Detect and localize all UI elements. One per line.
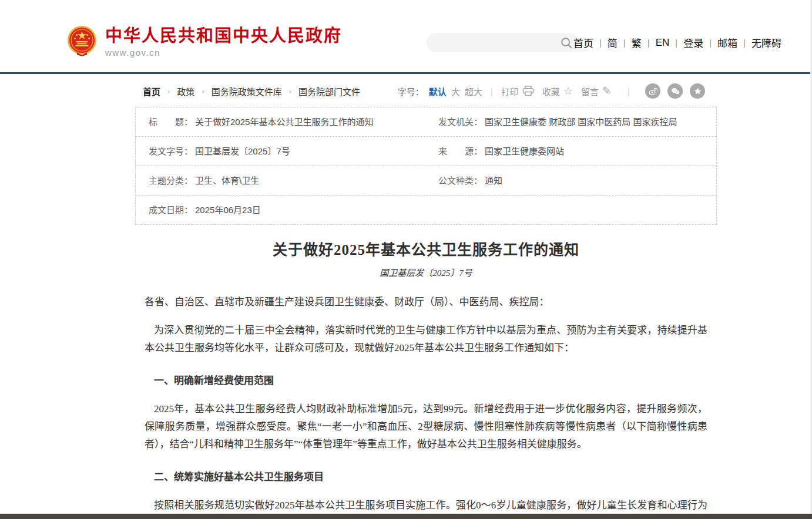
meta-date-cell: 成文日期： 2025年06月23日 [136, 196, 425, 224]
tools-divider: | [491, 86, 493, 96]
nav-mail[interactable]: 邮箱 [717, 35, 737, 50]
section1-paragraph: 2025年，基本公共卫生服务经费人均财政补助标准增加5元，达到99元。新增经费用… [145, 400, 707, 453]
main-content: 首页 › 政策 › 国务院政策文件库 › 国务院部门文件 字号： 默认 大 超大… [135, 83, 717, 519]
printer-icon [522, 86, 534, 96]
search-input[interactable] [427, 33, 560, 52]
site-header: 中华人民共和国中央人民政府 www.gov.cn 首页 | 简 | 繁 | EN… [0, 0, 812, 74]
meta-row: 发文字号： 国卫基层发〔2025〕7号 来 源： 国家卫生健康委网站 [136, 136, 716, 166]
meta-doc-type-cell: 公文种类： 通知 [425, 166, 716, 195]
favorite-label: 收藏 [542, 85, 560, 97]
qzone-icon [693, 86, 703, 96]
tools-divider: | [628, 86, 630, 96]
print-label: 打印 [501, 85, 519, 97]
meta-topic-cell: 主题分类： 卫生、体育\卫生 [136, 166, 425, 195]
print-button[interactable]: 打印 [501, 85, 534, 97]
breadcrumb-separator: › [202, 87, 204, 96]
breadcrumb-separator: › [289, 87, 291, 96]
meta-title-value: 关于做好2025年基本公共卫生服务工作的通知 [195, 116, 373, 127]
meta-date-label: 成文日期： [149, 204, 193, 215]
meta-topic-value: 卫生、体育\卫生 [195, 175, 259, 186]
meta-doc-type-value: 通知 [485, 175, 502, 186]
page-tools: 字号： 默认 大 超大 | 打印 收藏 ☆ 留言 ✎ | [398, 83, 705, 99]
nav-simplified[interactable]: 简 [608, 35, 618, 50]
comment-label: 留言 [581, 85, 599, 97]
meta-doc-type-label: 公文种类： [438, 175, 482, 186]
share-qzone-button[interactable] [690, 83, 705, 99]
site-logo[interactable]: 中华人民共和国中央人民政府 www.gov.cn [68, 26, 342, 58]
article-intro: 为深入贯彻党的二十届三中全会精神，落实新时代党的卫生与健康工作方针中以基层为重点… [145, 322, 707, 357]
nav-accessibility[interactable]: 无障碍 [751, 35, 781, 50]
share-wechat-button[interactable] [667, 83, 683, 99]
section1-heading: 一、明确新增经费使用范围 [145, 372, 707, 390]
comment-button[interactable]: 留言 ✎ [581, 85, 611, 97]
search-icon[interactable] [560, 36, 573, 49]
breadcrumb-department-docs[interactable]: 国务院部门文件 [298, 85, 360, 97]
breadcrumb-home[interactable]: 首页 [143, 85, 160, 97]
meta-doc-number-value: 国卫基层发〔2025〕7号 [195, 146, 290, 157]
meta-row: 主题分类： 卫生、体育\卫生 公文种类： 通知 [136, 166, 716, 195]
meta-source-label: 来 源： [438, 146, 482, 157]
nav-home[interactable]: 首页 [573, 35, 593, 50]
nav-separator: | [647, 38, 650, 48]
breadcrumb: 首页 › 政策 › 国务院政策文件库 › 国务院部门文件 [143, 85, 360, 97]
breadcrumb-policy[interactable]: 政策 [177, 85, 194, 97]
section2-heading: 二、统筹实施好基本公共卫生服务项目 [145, 469, 707, 486]
favorite-button[interactable]: 收藏 ☆ [542, 85, 573, 97]
nav-separator: | [675, 38, 677, 48]
share-buttons [638, 83, 705, 99]
nav-login[interactable]: 登录 [683, 35, 703, 50]
star-icon: ☆ [563, 86, 573, 96]
footer-bar [0, 514, 812, 519]
document-meta-table: 标 题： 关于做好2025年基本公共卫生服务工作的通知 发文机关： 国家卫生健康… [135, 107, 717, 225]
meta-row: 标 题： 关于做好2025年基本公共卫生服务工作的通知 发文机关： 国家卫生健康… [136, 107, 716, 136]
font-size-large[interactable]: 大 [451, 85, 460, 97]
nav-english[interactable]: EN [656, 37, 670, 49]
meta-issuing-agency-label: 发文机关： [438, 116, 482, 127]
meta-issuing-agency-cell: 发文机关： 国家卫生健康委 财政部 国家中医药局 国家疾控局 [425, 107, 716, 136]
article-title: 关于做好2025年基本公共卫生服务工作的通知 [145, 238, 707, 259]
nav-separator: | [599, 38, 602, 48]
site-title: 中华人民共和国中央人民政府 [105, 26, 342, 46]
meta-date-value: 2025年06月23日 [195, 204, 261, 215]
meta-doc-number-cell: 发文字号： 国卫基层发〔2025〕7号 [136, 137, 425, 166]
meta-source-cell: 来 源： 国家卫生健康委网站 [425, 137, 716, 166]
font-size-default[interactable]: 默认 [429, 85, 447, 97]
national-emblem-icon [68, 26, 96, 56]
pencil-icon: ✎ [602, 86, 611, 96]
meta-doc-number-label: 发文字号： [149, 146, 193, 157]
article: 关于做好2025年基本公共卫生服务工作的通知 国卫基层发〔2025〕7号 各省、… [135, 238, 717, 519]
weibo-icon [648, 86, 658, 96]
meta-issuing-agency-value: 国家卫生健康委 财政部 国家中医药局 国家疾控局 [485, 116, 677, 127]
meta-source-value: 国家卫生健康委网站 [485, 146, 564, 157]
article-salutation: 各省、自治区、直辖市及新疆生产建设兵团卫生健康委、财政厅（局）、中医药局、疾控局… [145, 294, 707, 311]
meta-title-label: 标 题： [149, 116, 193, 127]
meta-topic-label: 主题分类： [149, 175, 193, 186]
site-url: www.gov.cn [105, 48, 342, 58]
breadcrumb-policy-library[interactable]: 国务院政策文件库 [212, 85, 282, 97]
nav-traditional[interactable]: 繁 [632, 35, 642, 50]
font-size-label: 字号： [398, 85, 424, 97]
meta-row: 成文日期： 2025年06月23日 [136, 195, 716, 224]
wechat-icon [670, 86, 680, 96]
breadcrumb-separator: › [167, 87, 170, 96]
font-size-xlarge[interactable]: 超大 [465, 85, 482, 97]
nav-separator: | [743, 38, 746, 48]
nav-separator: | [623, 38, 626, 48]
meta-title-cell: 标 题： 关于做好2025年基本公共卫生服务工作的通知 [136, 107, 425, 136]
share-weibo-button[interactable] [645, 83, 660, 99]
search-box[interactable] [427, 33, 579, 52]
nav-separator: | [709, 38, 712, 48]
top-nav: 首页 | 简 | 繁 | EN | 登录 | 邮箱 | 无障碍 [573, 35, 781, 50]
article-doc-number: 国卫基层发〔2025〕7号 [145, 266, 707, 278]
